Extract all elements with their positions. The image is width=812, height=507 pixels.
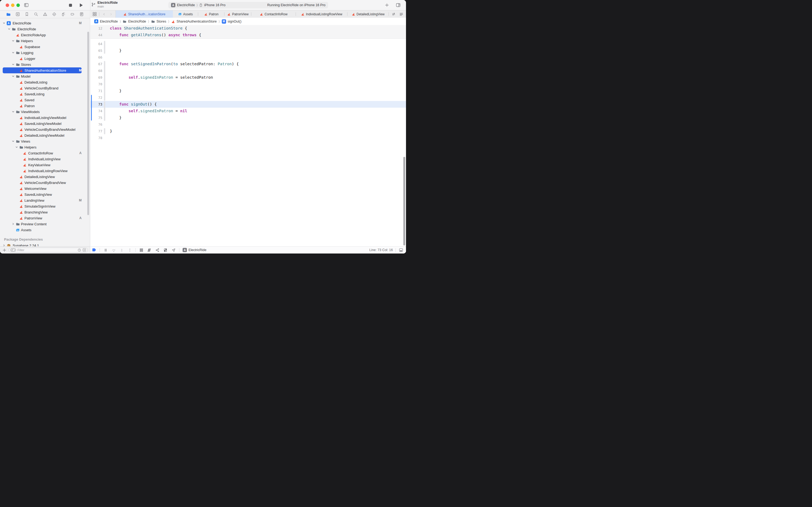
disclosure-open-icon[interactable]: [12, 51, 14, 54]
navigator-row-detailedlistingview[interactable]: DetailedListingView: [0, 174, 90, 180]
zoom-window-button[interactable]: [16, 3, 20, 7]
code-line-76[interactable]: 76: [91, 121, 406, 128]
navigator-row-vehiclecountbybrandviewmodel[interactable]: VehicleCountByBrandViewModel: [0, 126, 90, 132]
run-button[interactable]: [78, 2, 84, 8]
navigator-row-views[interactable]: Views: [0, 138, 90, 144]
debug-graph-icon[interactable]: [155, 247, 160, 252]
source-editor[interactable]: 64 65 } 66 67 func setSignedInPatron(to …: [91, 25, 406, 246]
reports-icon[interactable]: [79, 12, 84, 17]
toggle-right-sidebar-icon[interactable]: [395, 2, 401, 8]
line-number[interactable]: 77: [91, 128, 102, 134]
scheme-device-bar[interactable]: A ElectricRide ⟩ iPhone 16 Pro Running E…: [168, 2, 328, 8]
memory-graph-icon[interactable]: [147, 247, 152, 252]
line-number[interactable]: 69: [91, 74, 102, 81]
recents-clock-icon[interactable]: [77, 248, 81, 252]
related-items-icon[interactable]: [92, 12, 97, 17]
navigator-row-supabase[interactable]: Supabase: [0, 44, 90, 50]
view-debugger-icon[interactable]: [139, 247, 143, 252]
navigator-row-model[interactable]: Model: [0, 73, 90, 79]
code-line-64[interactable]: 64: [91, 41, 406, 47]
add-file-icon[interactable]: [2, 247, 7, 252]
line-number[interactable]: 78: [91, 134, 102, 141]
tab-sharedauth-icationstore[interactable]: SharedAuth…icationStore: [116, 10, 173, 18]
navigator-row-savedlisting[interactable]: SavedListing: [0, 91, 90, 97]
navigator-row-individuallistingrowview[interactable]: IndividualListingRowView: [0, 168, 90, 174]
run-destination[interactable]: iPhone 16 Pro: [204, 3, 225, 7]
navigator-row-branchingview[interactable]: BranchingView: [0, 209, 90, 215]
disclosure-open-icon[interactable]: [12, 110, 14, 113]
pause-icon[interactable]: [103, 247, 108, 252]
code-line-72[interactable]: 72: [91, 94, 406, 101]
navigator-row-helpers[interactable]: Helpers: [0, 38, 90, 44]
code-line-68[interactable]: 68: [91, 67, 406, 74]
line-number[interactable]: 67: [91, 61, 102, 67]
source-control-filter-icon[interactable]: [82, 248, 86, 252]
navigator-row-electricride[interactable]: AElectricRideM: [0, 20, 90, 26]
line-number[interactable]: 75: [91, 114, 102, 121]
code-line-69[interactable]: 69 self.signedInPatron = selectedPatron: [91, 74, 406, 81]
code-fold-ribbon[interactable]: [104, 61, 105, 101]
navigator-row-electricride[interactable]: ElectricRide: [0, 26, 90, 32]
breakpoint-icon[interactable]: [92, 247, 97, 252]
navigator-row-savedlistingviewmodel[interactable]: SavedListingViewModel: [0, 121, 90, 126]
code-fold-ribbon[interactable]: [104, 128, 105, 134]
disclosure-open-icon[interactable]: [12, 75, 14, 77]
code-line-67[interactable]: 67 func setSignedInPatron(to selectedPat…: [91, 61, 406, 67]
tests-icon[interactable]: [52, 12, 56, 17]
navigator-row-preview-content[interactable]: Preview Content: [0, 221, 90, 227]
navigator-row-logger[interactable]: Logger: [0, 56, 90, 61]
tab-detailedlistingview[interactable]: DetailedListingView: [347, 10, 389, 18]
debug-icon[interactable]: [61, 12, 65, 17]
tab-assets[interactable]: Assets: [173, 10, 198, 18]
navigator-row-simulatesigninview[interactable]: SimulateSignInView: [0, 203, 90, 209]
sticky-scope-line-12[interactable]: 12 class SharedAuthenticationStore {: [91, 25, 406, 32]
sidebar-scrollbar[interactable]: [87, 32, 89, 215]
navigator-row-assets[interactable]: Assets: [0, 227, 90, 233]
navigator-row-helpers[interactable]: Helpers: [0, 144, 90, 150]
sticky-scope-line-44[interactable]: 44 func getAllPatrons() async throws {: [91, 32, 406, 39]
navigator-row-patronview[interactable]: PatronViewA: [0, 215, 90, 221]
library-plus-button[interactable]: [384, 2, 390, 8]
toggle-debug-area-icon[interactable]: [399, 247, 403, 252]
source-control-icon[interactable]: [15, 12, 20, 17]
line-number[interactable]: 76: [91, 121, 102, 128]
disclosure-open-icon[interactable]: [12, 63, 14, 66]
code-line-65[interactable]: 65 }: [91, 47, 406, 54]
code-line-71[interactable]: 71 }: [91, 88, 406, 94]
line-number[interactable]: 12: [91, 25, 102, 32]
navigator-row-viewmodels[interactable]: ViewModels: [0, 109, 90, 115]
line-number[interactable]: 68: [91, 67, 102, 74]
code-line-66[interactable]: 66: [91, 54, 406, 61]
adjust-editor-options-icon[interactable]: [399, 12, 404, 17]
running-app-indicator[interactable]: A ElectricRide: [183, 248, 207, 252]
tab-patron[interactable]: Patron: [198, 10, 225, 18]
line-number[interactable]: 73: [91, 101, 102, 108]
disclosure-open-icon[interactable]: [15, 146, 18, 149]
jumpbar-item-1[interactable]: ElectricRide: [123, 19, 146, 23]
disclosure-open-icon[interactable]: [12, 140, 14, 143]
issues-icon[interactable]: [43, 12, 47, 17]
breakpoints-icon[interactable]: [70, 12, 75, 17]
disclosure-open-icon[interactable]: [8, 27, 10, 30]
jumpbar-item-2[interactable]: Stores: [151, 19, 166, 23]
code-line-70[interactable]: 70: [91, 81, 406, 88]
navigator-row-saved[interactable]: Saved: [0, 97, 90, 103]
editor-scrollbar[interactable]: [403, 157, 405, 245]
navigator-row-vehiclecountbybrand[interactable]: VehicleCountByBrand: [0, 85, 90, 91]
navigator-row-logging[interactable]: Logging: [0, 50, 90, 56]
filter-field[interactable]: Filter: [9, 247, 88, 252]
tab-contactinforow[interactable]: ContactInfoRow: [251, 10, 296, 18]
code-line-78[interactable]: 78: [91, 134, 406, 141]
minimize-window-button[interactable]: [11, 3, 14, 7]
scheme-name[interactable]: ElectricRide: [177, 3, 195, 7]
code-review-icon[interactable]: [391, 12, 396, 17]
navigator-row-detailedlistingviewmodel[interactable]: DetailedListingViewModel: [0, 132, 90, 138]
step-over-icon[interactable]: [111, 247, 116, 252]
stop-button[interactable]: [67, 2, 73, 8]
navigator-row-vehiclecountbybrandview[interactable]: VehicleCountByBrandView: [0, 180, 90, 185]
tab-individuallistingrowview[interactable]: IndividualListingRowView: [296, 10, 347, 18]
jumpbar-item-0[interactable]: AElectricRide: [94, 19, 118, 23]
tab-patronview[interactable]: PatronView: [225, 10, 251, 18]
toggle-left-sidebar-icon[interactable]: [23, 2, 29, 8]
line-number[interactable]: 74: [91, 108, 102, 114]
